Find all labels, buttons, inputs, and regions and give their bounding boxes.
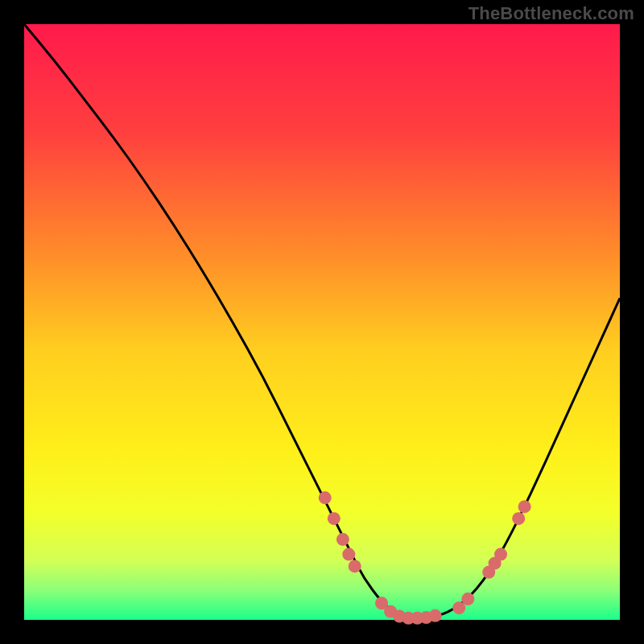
data-point xyxy=(512,512,525,525)
data-point xyxy=(429,609,442,622)
data-point xyxy=(319,491,332,504)
data-point xyxy=(349,559,361,572)
data-point xyxy=(461,592,474,605)
gradient-background xyxy=(24,24,620,620)
data-point xyxy=(494,548,507,561)
data-point xyxy=(342,548,355,561)
bottleneck-chart xyxy=(0,0,644,644)
data-point xyxy=(336,533,349,546)
chart-container: TheBottleneck.com xyxy=(0,0,644,644)
watermark-label: TheBottleneck.com xyxy=(469,3,634,24)
data-point xyxy=(328,512,341,525)
data-point xyxy=(518,500,531,513)
